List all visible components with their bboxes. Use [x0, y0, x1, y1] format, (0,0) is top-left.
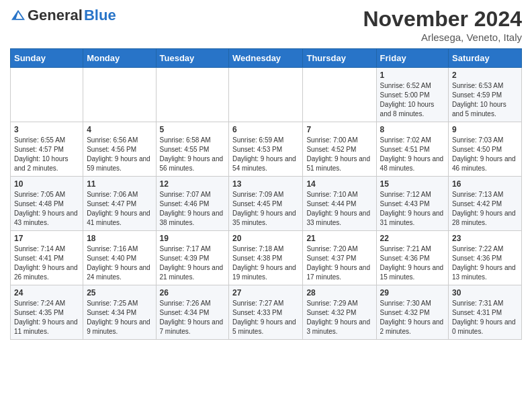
- col-sunday: Sunday: [11, 49, 83, 68]
- title-section: November 2024 Arlesega, Veneto, Italy: [363, 7, 522, 43]
- day-info: Sunrise: 7:30 AM Sunset: 4:32 PM Dayligh…: [380, 299, 445, 336]
- day-info: Sunrise: 6:58 AM Sunset: 4:55 PM Dayligh…: [160, 136, 226, 173]
- day-cell: [303, 68, 376, 122]
- logo-blue-text: Blue: [84, 7, 116, 24]
- logo-general-text: General: [28, 7, 83, 24]
- day-cell: [156, 68, 229, 122]
- location: Arlesega, Veneto, Italy: [363, 32, 522, 43]
- day-info: Sunrise: 7:14 AM Sunset: 4:41 PM Dayligh…: [14, 244, 79, 282]
- day-cell: 5Sunrise: 6:58 AM Sunset: 4:55 PM Daylig…: [156, 122, 229, 177]
- day-cell: 24Sunrise: 7:24 AM Sunset: 4:35 PM Dayli…: [11, 285, 83, 340]
- day-number: 18: [87, 234, 152, 243]
- day-info: Sunrise: 6:53 AM Sunset: 4:59 PM Dayligh…: [452, 81, 518, 119]
- day-cell: 7Sunrise: 7:00 AM Sunset: 4:52 PM Daylig…: [303, 122, 376, 177]
- day-cell: 17Sunrise: 7:14 AM Sunset: 4:41 PM Dayli…: [11, 231, 83, 285]
- week-row-2: 10Sunrise: 7:05 AM Sunset: 4:48 PM Dayli…: [11, 177, 522, 231]
- logo: General Blue: [10, 7, 116, 24]
- day-info: Sunrise: 7:29 AM Sunset: 4:32 PM Dayligh…: [306, 299, 372, 336]
- day-cell: 10Sunrise: 7:05 AM Sunset: 4:48 PM Dayli…: [11, 177, 83, 231]
- day-info: Sunrise: 7:10 AM Sunset: 4:44 PM Dayligh…: [306, 190, 372, 228]
- day-cell: 8Sunrise: 7:02 AM Sunset: 4:51 PM Daylig…: [376, 122, 448, 177]
- day-number: 2: [452, 71, 518, 80]
- day-cell: 13Sunrise: 7:09 AM Sunset: 4:45 PM Dayli…: [229, 177, 303, 231]
- day-info: Sunrise: 7:27 AM Sunset: 4:33 PM Dayligh…: [232, 299, 299, 336]
- col-thursday: Thursday: [303, 49, 376, 68]
- day-cell: 19Sunrise: 7:17 AM Sunset: 4:39 PM Dayli…: [156, 231, 229, 285]
- day-number: 23: [452, 234, 518, 243]
- day-cell: 1Sunrise: 6:52 AM Sunset: 5:00 PM Daylig…: [376, 68, 448, 122]
- day-cell: 12Sunrise: 7:07 AM Sunset: 4:46 PM Dayli…: [156, 177, 229, 231]
- day-info: Sunrise: 7:25 AM Sunset: 4:34 PM Dayligh…: [87, 299, 152, 336]
- header-row: Sunday Monday Tuesday Wednesday Thursday…: [11, 49, 522, 68]
- day-number: 20: [232, 234, 299, 243]
- week-row-0: 1Sunrise: 6:52 AM Sunset: 5:00 PM Daylig…: [11, 68, 522, 122]
- day-cell: 4Sunrise: 6:56 AM Sunset: 4:56 PM Daylig…: [83, 122, 156, 177]
- day-cell: 23Sunrise: 7:22 AM Sunset: 4:36 PM Dayli…: [449, 231, 522, 285]
- day-info: Sunrise: 7:22 AM Sunset: 4:36 PM Dayligh…: [452, 244, 518, 282]
- day-info: Sunrise: 7:20 AM Sunset: 4:37 PM Dayligh…: [306, 244, 372, 282]
- day-cell: 2Sunrise: 6:53 AM Sunset: 4:59 PM Daylig…: [449, 68, 522, 122]
- day-number: 7: [306, 125, 372, 134]
- day-cell: 28Sunrise: 7:29 AM Sunset: 4:32 PM Dayli…: [303, 285, 376, 340]
- logo-icon: [10, 9, 26, 22]
- day-cell: 9Sunrise: 7:03 AM Sunset: 4:50 PM Daylig…: [449, 122, 522, 177]
- day-number: 15: [380, 179, 445, 189]
- day-number: 4: [87, 125, 152, 134]
- day-cell: 30Sunrise: 7:31 AM Sunset: 4:31 PM Dayli…: [449, 285, 522, 340]
- day-number: 9: [452, 125, 518, 134]
- day-number: 17: [14, 234, 79, 243]
- day-number: 3: [14, 125, 79, 134]
- day-number: 11: [87, 179, 152, 189]
- day-number: 24: [14, 288, 79, 298]
- col-tuesday: Tuesday: [156, 49, 229, 68]
- calendar-table: Sunday Monday Tuesday Wednesday Thursday…: [10, 48, 522, 340]
- day-info: Sunrise: 7:17 AM Sunset: 4:39 PM Dayligh…: [160, 244, 226, 282]
- day-info: Sunrise: 7:00 AM Sunset: 4:52 PM Dayligh…: [306, 136, 372, 173]
- day-number: 10: [14, 179, 79, 189]
- day-number: 30: [452, 288, 518, 298]
- day-cell: 20Sunrise: 7:18 AM Sunset: 4:38 PM Dayli…: [229, 231, 303, 285]
- day-cell: 25Sunrise: 7:25 AM Sunset: 4:34 PM Dayli…: [83, 285, 156, 340]
- day-number: 13: [232, 179, 299, 189]
- page: General Blue November 2024 Arlesega, Ven…: [0, 0, 532, 350]
- day-number: 19: [160, 234, 226, 243]
- day-number: 6: [232, 125, 299, 134]
- day-number: 16: [452, 179, 518, 189]
- day-number: 21: [306, 234, 372, 243]
- col-friday: Friday: [376, 49, 448, 68]
- day-info: Sunrise: 7:07 AM Sunset: 4:46 PM Dayligh…: [160, 190, 226, 228]
- day-cell: 29Sunrise: 7:30 AM Sunset: 4:32 PM Dayli…: [376, 285, 448, 340]
- header: General Blue November 2024 Arlesega, Ven…: [10, 7, 522, 43]
- day-info: Sunrise: 7:24 AM Sunset: 4:35 PM Dayligh…: [14, 299, 79, 336]
- day-number: 29: [380, 288, 445, 298]
- col-wednesday: Wednesday: [229, 49, 303, 68]
- day-cell: 22Sunrise: 7:21 AM Sunset: 4:36 PM Dayli…: [376, 231, 448, 285]
- day-info: Sunrise: 7:05 AM Sunset: 4:48 PM Dayligh…: [14, 190, 79, 228]
- day-cell: 6Sunrise: 6:59 AM Sunset: 4:53 PM Daylig…: [229, 122, 303, 177]
- day-info: Sunrise: 7:12 AM Sunset: 4:43 PM Dayligh…: [380, 190, 445, 228]
- day-info: Sunrise: 6:55 AM Sunset: 4:57 PM Dayligh…: [14, 136, 79, 173]
- col-monday: Monday: [83, 49, 156, 68]
- day-number: 1: [380, 71, 445, 80]
- day-cell: [11, 68, 83, 122]
- day-number: 14: [306, 179, 372, 189]
- day-cell: 3Sunrise: 6:55 AM Sunset: 4:57 PM Daylig…: [11, 122, 83, 177]
- day-cell: 11Sunrise: 7:06 AM Sunset: 4:47 PM Dayli…: [83, 177, 156, 231]
- day-number: 25: [87, 288, 152, 298]
- week-row-1: 3Sunrise: 6:55 AM Sunset: 4:57 PM Daylig…: [11, 122, 522, 177]
- day-info: Sunrise: 7:18 AM Sunset: 4:38 PM Dayligh…: [232, 244, 299, 282]
- day-cell: 14Sunrise: 7:10 AM Sunset: 4:44 PM Dayli…: [303, 177, 376, 231]
- day-info: Sunrise: 7:03 AM Sunset: 4:50 PM Dayligh…: [452, 136, 518, 173]
- day-number: 28: [306, 288, 372, 298]
- day-info: Sunrise: 7:16 AM Sunset: 4:40 PM Dayligh…: [87, 244, 152, 282]
- day-number: 26: [160, 288, 226, 298]
- day-info: Sunrise: 7:09 AM Sunset: 4:45 PM Dayligh…: [232, 190, 299, 228]
- day-number: 5: [160, 125, 226, 134]
- day-info: Sunrise: 7:06 AM Sunset: 4:47 PM Dayligh…: [87, 190, 152, 228]
- day-number: 8: [380, 125, 445, 134]
- day-info: Sunrise: 6:56 AM Sunset: 4:56 PM Dayligh…: [87, 136, 152, 173]
- day-cell: 21Sunrise: 7:20 AM Sunset: 4:37 PM Dayli…: [303, 231, 376, 285]
- day-info: Sunrise: 7:26 AM Sunset: 4:34 PM Dayligh…: [160, 299, 226, 336]
- day-cell: 16Sunrise: 7:13 AM Sunset: 4:42 PM Dayli…: [449, 177, 522, 231]
- day-number: 27: [232, 288, 299, 298]
